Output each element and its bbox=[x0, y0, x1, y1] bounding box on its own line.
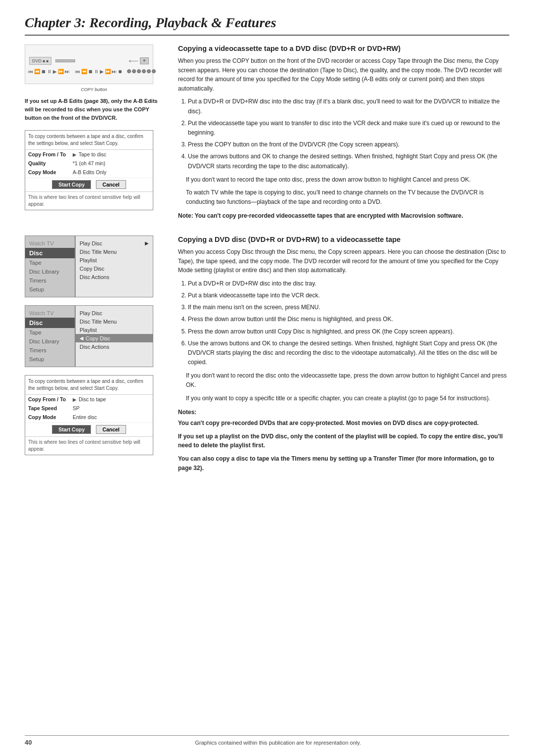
copy-screen1-row1: Copy From / To ▶ Tape to disc bbox=[25, 150, 153, 159]
nav-playlist-label-2: Playlist bbox=[80, 327, 97, 333]
note3: You can also copy a disc to tape via the… bbox=[178, 454, 509, 472]
section1-indented1: If you don't want to record the tape ont… bbox=[186, 175, 509, 185]
section1-indented2: To watch TV while the tape is copying to… bbox=[186, 188, 509, 206]
nav-disc-actions-2[interactable]: Disc Actions bbox=[76, 342, 153, 351]
section2-layout: Watch TV Disc Tape Disc Library Timers S… bbox=[25, 236, 509, 476]
copy-screen1: To copy contents between a tape and a di… bbox=[25, 130, 153, 210]
step2-4: Press the down arrow button until the Di… bbox=[188, 315, 509, 324]
copy-screen1-footer: This is where two lines of context sensi… bbox=[25, 191, 153, 210]
macrovision-note: Note: You can't copy pre-recorded videoc… bbox=[178, 211, 509, 221]
copy-screen1-arrow1: ▶ bbox=[73, 152, 77, 157]
nav-menu1: Watch TV Disc Tape Disc Library Timers S… bbox=[25, 236, 153, 297]
copy-screen2-row2: Tape Speed SP bbox=[25, 404, 153, 413]
step2-1: Put a DVD+R or DVD+RW disc into the disc… bbox=[188, 279, 509, 288]
cancel-btn2[interactable]: Cancel bbox=[96, 425, 126, 434]
nav-setup-1[interactable]: Setup bbox=[25, 285, 75, 294]
nav-playlist-2[interactable]: Playlist bbox=[76, 326, 153, 334]
right-col-section1: Copying a videocassette tape to a DVD di… bbox=[178, 45, 509, 225]
copy-screen1-row3: Copy Mode A-B Edits Only bbox=[25, 168, 153, 177]
nav-copy-disc-2[interactable]: ◀ Copy Disc bbox=[76, 334, 153, 342]
start-copy-btn2[interactable]: Start Copy bbox=[52, 425, 91, 434]
nav-setup-2[interactable]: Setup bbox=[25, 355, 75, 364]
section2-body1: When you access Copy Disc through the Di… bbox=[178, 247, 509, 275]
nav-playlist-1[interactable]: Playlist bbox=[76, 256, 153, 264]
cancel-btn1[interactable]: Cancel bbox=[96, 180, 126, 189]
nav-copy-disc-label-2: Copy Disc bbox=[86, 335, 110, 341]
copy-screen2-arrow1: ▶ bbox=[73, 397, 77, 402]
copy-mode-val1: A-B Edits Only bbox=[73, 169, 106, 175]
copy-screen1-val1: Tape to disc bbox=[79, 151, 106, 157]
page-number: 40 bbox=[25, 739, 32, 746]
nav-copy-disc-label-1: Copy Disc bbox=[80, 266, 104, 272]
step1-2: Put the videocassette tape you want to t… bbox=[188, 119, 509, 138]
note2: If you set up a playlist on the DVD disc… bbox=[178, 432, 509, 450]
nav-disclibrary-1[interactable]: Disc Library bbox=[25, 267, 75, 276]
nav-play-disc-label-1: Play Disc bbox=[80, 240, 102, 246]
note1: You can't copy pre-recorded DVDs that ar… bbox=[178, 419, 509, 428]
nav-menu2: Watch TV Disc Tape Disc Library Timers S… bbox=[25, 305, 153, 367]
step2-3: If the main menu isn't on the screen, pr… bbox=[188, 303, 509, 312]
nav-disc-2[interactable]: Disc bbox=[25, 318, 75, 328]
section2-heading: Copying a DVD disc (DVD+R or DVD+RW) to … bbox=[178, 236, 509, 243]
device-image: DVD ■ ■ ⟵ ≡ ⏮ ⏪ ⏹ bbox=[25, 45, 153, 84]
device-top-row: DVD ■ ■ ⟵ ≡ bbox=[25, 55, 153, 67]
left-col-section1: DVD ■ ■ ⟵ ≡ ⏮ ⏪ ⏹ bbox=[25, 45, 163, 225]
section2-indented2: If you only want to copy a specific titl… bbox=[186, 394, 509, 403]
notes-section: Notes: You can't copy pre-recorded DVDs … bbox=[178, 408, 509, 472]
section1-bold-note: If you set up A-B Edits (page 38), only … bbox=[25, 97, 163, 122]
nav-disc-title-label-1: Disc Title Menu bbox=[80, 249, 117, 255]
page-container: Chapter 3: Recording, Playback & Feature… bbox=[0, 0, 534, 756]
copy-button-label: COPY button bbox=[25, 87, 163, 92]
nav-disclibrary-2[interactable]: Disc Library bbox=[25, 337, 75, 346]
nav-play-disc-label-2: Play Disc bbox=[80, 310, 102, 316]
copy-from-to-label2: Copy From / To bbox=[28, 396, 73, 402]
nav-disc-title-label-2: Disc Title Menu bbox=[80, 319, 117, 325]
copy-screen2-buttons: Start Copy Cancel bbox=[25, 423, 153, 436]
nav-menu2-right: Play Disc Disc Title Menu Playlist ◀ Cop… bbox=[75, 306, 153, 367]
nav-watchtv-2: Watch TV bbox=[25, 309, 75, 318]
nav-timers-1[interactable]: Timers bbox=[25, 276, 75, 285]
step1-3: Press the COPY button on the front of th… bbox=[188, 140, 509, 149]
nav-playlist-label-1: Playlist bbox=[80, 257, 97, 263]
copy-screen2-row3: Copy Mode Entire disc bbox=[25, 413, 153, 422]
nav-disc-title-menu-1[interactable]: Disc Title Menu bbox=[76, 247, 153, 256]
left-col-section2: Watch TV Disc Tape Disc Library Timers S… bbox=[25, 236, 163, 476]
section1-body1: When you press the COPY button on the fr… bbox=[178, 56, 509, 93]
copy-screen2-help: To copy contents between a tape and a di… bbox=[25, 376, 153, 395]
nav-timers-2[interactable]: Timers bbox=[25, 346, 75, 355]
copy-screen1-wrapper: To copy contents between a tape and a di… bbox=[25, 130, 163, 210]
step2-2: Put a blank videocassette tape into the … bbox=[188, 291, 509, 300]
chapter-title: Chapter 3: Recording, Playback & Feature… bbox=[25, 15, 509, 36]
nav-copy-disc-1[interactable]: Copy Disc bbox=[76, 264, 153, 273]
nav-copy-disc-arrow-2: ◀ bbox=[80, 335, 84, 341]
nav-menu1-right: Play Disc ▶ Disc Title Menu Playlist Cop… bbox=[75, 236, 153, 297]
footer-text: Graphics contained within this publicati… bbox=[46, 740, 509, 746]
nav-tape-1[interactable]: Tape bbox=[25, 258, 75, 267]
section2-indented1: If you don't want to record the disc ont… bbox=[186, 371, 509, 389]
nav-play-disc-1[interactable]: Play Disc ▶ bbox=[76, 239, 153, 247]
device-bottom-row: ⏮ ⏪ ⏹ ⏸ ▶ ⏩ ⏭ ⏮ ⏪ ⏹ ⏸ ▶ ⏩ bbox=[25, 69, 153, 74]
quality-val: *1 (oh 47 min) bbox=[73, 160, 105, 166]
nav-menu2-left: Watch TV Disc Tape Disc Library Timers S… bbox=[25, 306, 75, 367]
section1-heading: Copying a videocassette tape to a DVD di… bbox=[178, 45, 509, 52]
copy-screen2-val1: Disc to tape bbox=[79, 396, 106, 402]
copy-screen2: To copy contents between a tape and a di… bbox=[25, 375, 153, 455]
copy-mode-val2: Entire disc bbox=[73, 414, 97, 420]
nav-disc-actions-1[interactable]: Disc Actions bbox=[76, 273, 153, 281]
nav-play-disc-arrow-1: ▶ bbox=[145, 240, 149, 246]
start-copy-btn1[interactable]: Start Copy bbox=[52, 180, 91, 189]
copy-mode-label2: Copy Mode bbox=[28, 414, 73, 420]
nav-tape-2[interactable]: Tape bbox=[25, 328, 75, 337]
nav-disc-title-menu-2[interactable]: Disc Title Menu bbox=[76, 317, 153, 326]
nav-play-disc-2[interactable]: Play Disc bbox=[76, 309, 153, 317]
copy-from-to-label1: Copy From / To bbox=[28, 151, 73, 157]
quality-label: Quality bbox=[28, 160, 73, 166]
section2-steps: Put a DVD+R or DVD+RW disc into the disc… bbox=[178, 279, 509, 368]
section1-layout: DVD ■ ■ ⟵ ≡ ⏮ ⏪ ⏹ bbox=[25, 45, 509, 225]
step2-5: Press the down arrow button until Copy D… bbox=[188, 327, 509, 336]
copy-screen2-footer: This is where two lines of context sensi… bbox=[25, 436, 153, 455]
copy-mode-label1: Copy Mode bbox=[28, 169, 73, 175]
nav-disc-1[interactable]: Disc bbox=[25, 248, 75, 258]
copy-screen1-help: To copy contents between a tape and a di… bbox=[25, 131, 153, 150]
step1-1: Put a DVD+R or DVD+RW disc into the disc… bbox=[188, 97, 509, 116]
